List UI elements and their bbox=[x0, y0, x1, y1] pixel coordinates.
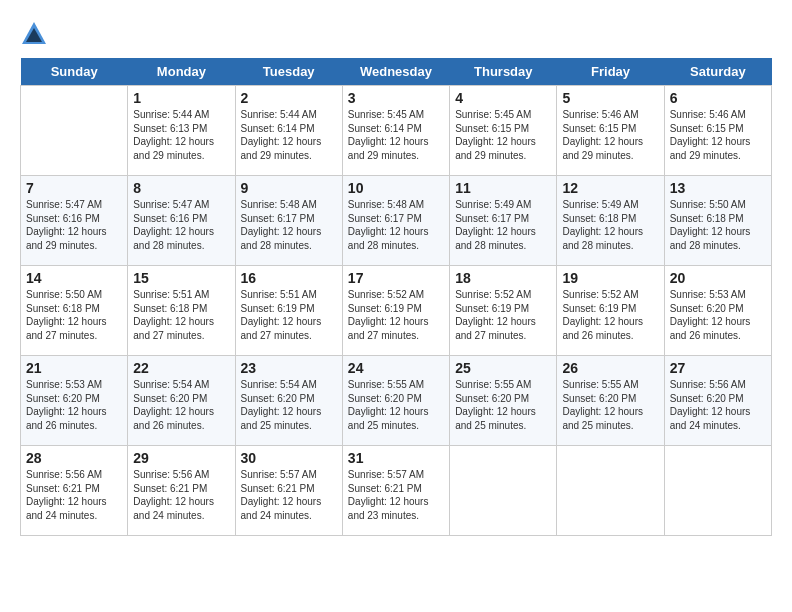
cell-info: Sunrise: 5:48 AMSunset: 6:17 PMDaylight:… bbox=[241, 198, 337, 252]
calendar-cell: 29Sunrise: 5:56 AMSunset: 6:21 PMDayligh… bbox=[128, 446, 235, 536]
cell-info: Sunrise: 5:53 AMSunset: 6:20 PMDaylight:… bbox=[670, 288, 766, 342]
week-row-1: 1Sunrise: 5:44 AMSunset: 6:13 PMDaylight… bbox=[21, 86, 772, 176]
date-number: 10 bbox=[348, 180, 444, 196]
date-number: 16 bbox=[241, 270, 337, 286]
calendar-cell: 6Sunrise: 5:46 AMSunset: 6:15 PMDaylight… bbox=[664, 86, 771, 176]
calendar-cell bbox=[557, 446, 664, 536]
date-number: 19 bbox=[562, 270, 658, 286]
date-number: 3 bbox=[348, 90, 444, 106]
date-number: 29 bbox=[133, 450, 229, 466]
date-number: 28 bbox=[26, 450, 122, 466]
calendar-cell: 17Sunrise: 5:52 AMSunset: 6:19 PMDayligh… bbox=[342, 266, 449, 356]
date-number: 9 bbox=[241, 180, 337, 196]
calendar-cell: 1Sunrise: 5:44 AMSunset: 6:13 PMDaylight… bbox=[128, 86, 235, 176]
cell-info: Sunrise: 5:50 AMSunset: 6:18 PMDaylight:… bbox=[26, 288, 122, 342]
cell-info: Sunrise: 5:55 AMSunset: 6:20 PMDaylight:… bbox=[455, 378, 551, 432]
cell-info: Sunrise: 5:56 AMSunset: 6:21 PMDaylight:… bbox=[26, 468, 122, 522]
header-row: SundayMondayTuesdayWednesdayThursdayFrid… bbox=[21, 58, 772, 86]
day-header-saturday: Saturday bbox=[664, 58, 771, 86]
calendar-cell: 4Sunrise: 5:45 AMSunset: 6:15 PMDaylight… bbox=[450, 86, 557, 176]
calendar-cell: 2Sunrise: 5:44 AMSunset: 6:14 PMDaylight… bbox=[235, 86, 342, 176]
day-header-thursday: Thursday bbox=[450, 58, 557, 86]
page-header bbox=[20, 20, 772, 48]
calendar-cell: 12Sunrise: 5:49 AMSunset: 6:18 PMDayligh… bbox=[557, 176, 664, 266]
calendar-cell: 26Sunrise: 5:55 AMSunset: 6:20 PMDayligh… bbox=[557, 356, 664, 446]
date-number: 1 bbox=[133, 90, 229, 106]
day-header-tuesday: Tuesday bbox=[235, 58, 342, 86]
calendar-cell: 28Sunrise: 5:56 AMSunset: 6:21 PMDayligh… bbox=[21, 446, 128, 536]
cell-info: Sunrise: 5:49 AMSunset: 6:17 PMDaylight:… bbox=[455, 198, 551, 252]
cell-info: Sunrise: 5:47 AMSunset: 6:16 PMDaylight:… bbox=[26, 198, 122, 252]
date-number: 24 bbox=[348, 360, 444, 376]
cell-info: Sunrise: 5:54 AMSunset: 6:20 PMDaylight:… bbox=[133, 378, 229, 432]
calendar-cell: 3Sunrise: 5:45 AMSunset: 6:14 PMDaylight… bbox=[342, 86, 449, 176]
date-number: 22 bbox=[133, 360, 229, 376]
date-number: 27 bbox=[670, 360, 766, 376]
date-number: 31 bbox=[348, 450, 444, 466]
calendar-table: SundayMondayTuesdayWednesdayThursdayFrid… bbox=[20, 58, 772, 536]
date-number: 4 bbox=[455, 90, 551, 106]
cell-info: Sunrise: 5:45 AMSunset: 6:14 PMDaylight:… bbox=[348, 108, 444, 162]
cell-info: Sunrise: 5:52 AMSunset: 6:19 PMDaylight:… bbox=[455, 288, 551, 342]
calendar-cell: 23Sunrise: 5:54 AMSunset: 6:20 PMDayligh… bbox=[235, 356, 342, 446]
cell-info: Sunrise: 5:44 AMSunset: 6:13 PMDaylight:… bbox=[133, 108, 229, 162]
date-number: 8 bbox=[133, 180, 229, 196]
calendar-cell: 18Sunrise: 5:52 AMSunset: 6:19 PMDayligh… bbox=[450, 266, 557, 356]
logo-icon bbox=[20, 20, 48, 48]
date-number: 2 bbox=[241, 90, 337, 106]
calendar-cell: 15Sunrise: 5:51 AMSunset: 6:18 PMDayligh… bbox=[128, 266, 235, 356]
day-header-sunday: Sunday bbox=[21, 58, 128, 86]
calendar-cell bbox=[664, 446, 771, 536]
cell-info: Sunrise: 5:55 AMSunset: 6:20 PMDaylight:… bbox=[562, 378, 658, 432]
date-number: 15 bbox=[133, 270, 229, 286]
cell-info: Sunrise: 5:56 AMSunset: 6:20 PMDaylight:… bbox=[670, 378, 766, 432]
cell-info: Sunrise: 5:44 AMSunset: 6:14 PMDaylight:… bbox=[241, 108, 337, 162]
cell-info: Sunrise: 5:57 AMSunset: 6:21 PMDaylight:… bbox=[348, 468, 444, 522]
calendar-cell: 7Sunrise: 5:47 AMSunset: 6:16 PMDaylight… bbox=[21, 176, 128, 266]
cell-info: Sunrise: 5:52 AMSunset: 6:19 PMDaylight:… bbox=[348, 288, 444, 342]
date-number: 14 bbox=[26, 270, 122, 286]
calendar-cell: 25Sunrise: 5:55 AMSunset: 6:20 PMDayligh… bbox=[450, 356, 557, 446]
date-number: 11 bbox=[455, 180, 551, 196]
day-header-wednesday: Wednesday bbox=[342, 58, 449, 86]
cell-info: Sunrise: 5:48 AMSunset: 6:17 PMDaylight:… bbox=[348, 198, 444, 252]
cell-info: Sunrise: 5:46 AMSunset: 6:15 PMDaylight:… bbox=[562, 108, 658, 162]
date-number: 18 bbox=[455, 270, 551, 286]
calendar-cell bbox=[21, 86, 128, 176]
cell-info: Sunrise: 5:51 AMSunset: 6:19 PMDaylight:… bbox=[241, 288, 337, 342]
calendar-cell: 16Sunrise: 5:51 AMSunset: 6:19 PMDayligh… bbox=[235, 266, 342, 356]
date-number: 7 bbox=[26, 180, 122, 196]
calendar-cell: 24Sunrise: 5:55 AMSunset: 6:20 PMDayligh… bbox=[342, 356, 449, 446]
date-number: 17 bbox=[348, 270, 444, 286]
calendar-cell: 10Sunrise: 5:48 AMSunset: 6:17 PMDayligh… bbox=[342, 176, 449, 266]
date-number: 26 bbox=[562, 360, 658, 376]
calendar-cell: 19Sunrise: 5:52 AMSunset: 6:19 PMDayligh… bbox=[557, 266, 664, 356]
cell-info: Sunrise: 5:45 AMSunset: 6:15 PMDaylight:… bbox=[455, 108, 551, 162]
calendar-cell: 11Sunrise: 5:49 AMSunset: 6:17 PMDayligh… bbox=[450, 176, 557, 266]
cell-info: Sunrise: 5:52 AMSunset: 6:19 PMDaylight:… bbox=[562, 288, 658, 342]
calendar-cell: 21Sunrise: 5:53 AMSunset: 6:20 PMDayligh… bbox=[21, 356, 128, 446]
calendar-cell: 20Sunrise: 5:53 AMSunset: 6:20 PMDayligh… bbox=[664, 266, 771, 356]
calendar-cell: 9Sunrise: 5:48 AMSunset: 6:17 PMDaylight… bbox=[235, 176, 342, 266]
calendar-cell: 22Sunrise: 5:54 AMSunset: 6:20 PMDayligh… bbox=[128, 356, 235, 446]
cell-info: Sunrise: 5:50 AMSunset: 6:18 PMDaylight:… bbox=[670, 198, 766, 252]
cell-info: Sunrise: 5:56 AMSunset: 6:21 PMDaylight:… bbox=[133, 468, 229, 522]
logo bbox=[20, 20, 52, 48]
calendar-cell: 27Sunrise: 5:56 AMSunset: 6:20 PMDayligh… bbox=[664, 356, 771, 446]
cell-info: Sunrise: 5:51 AMSunset: 6:18 PMDaylight:… bbox=[133, 288, 229, 342]
date-number: 6 bbox=[670, 90, 766, 106]
date-number: 25 bbox=[455, 360, 551, 376]
calendar-cell: 5Sunrise: 5:46 AMSunset: 6:15 PMDaylight… bbox=[557, 86, 664, 176]
cell-info: Sunrise: 5:49 AMSunset: 6:18 PMDaylight:… bbox=[562, 198, 658, 252]
day-header-monday: Monday bbox=[128, 58, 235, 86]
cell-info: Sunrise: 5:55 AMSunset: 6:20 PMDaylight:… bbox=[348, 378, 444, 432]
week-row-4: 21Sunrise: 5:53 AMSunset: 6:20 PMDayligh… bbox=[21, 356, 772, 446]
week-row-2: 7Sunrise: 5:47 AMSunset: 6:16 PMDaylight… bbox=[21, 176, 772, 266]
calendar-cell: 14Sunrise: 5:50 AMSunset: 6:18 PMDayligh… bbox=[21, 266, 128, 356]
cell-info: Sunrise: 5:57 AMSunset: 6:21 PMDaylight:… bbox=[241, 468, 337, 522]
cell-info: Sunrise: 5:54 AMSunset: 6:20 PMDaylight:… bbox=[241, 378, 337, 432]
date-number: 13 bbox=[670, 180, 766, 196]
week-row-3: 14Sunrise: 5:50 AMSunset: 6:18 PMDayligh… bbox=[21, 266, 772, 356]
date-number: 5 bbox=[562, 90, 658, 106]
calendar-cell: 30Sunrise: 5:57 AMSunset: 6:21 PMDayligh… bbox=[235, 446, 342, 536]
